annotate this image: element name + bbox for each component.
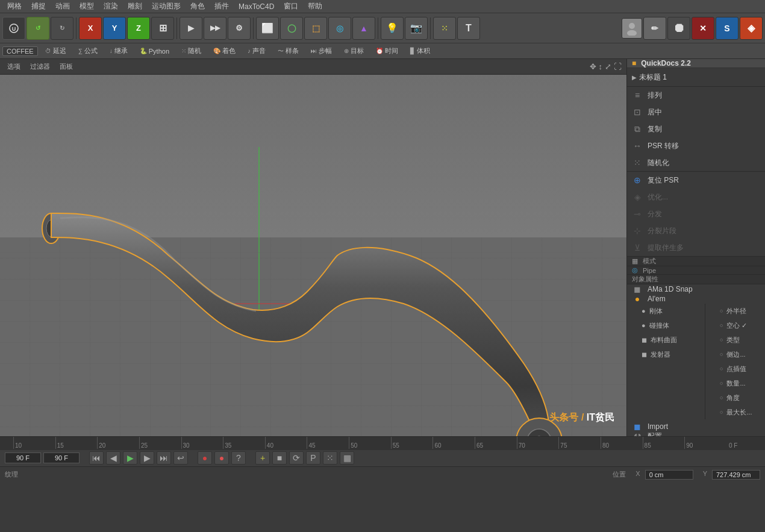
- panel-item-center[interactable]: ⊡ 居中: [627, 104, 765, 120]
- center-icon: ⊡: [632, 107, 643, 117]
- tb2-spline[interactable]: 〜 样条: [273, 45, 304, 57]
- tool-extrude[interactable]: ⬚: [304, 17, 327, 40]
- viewport[interactable]: 头条号 / IT贫民: [0, 75, 626, 436]
- cloth-label: 布料曲面: [651, 336, 677, 345]
- tool-sweep[interactable]: ◯: [280, 17, 303, 40]
- tool-light[interactable]: 💡: [381, 17, 404, 40]
- tool-x[interactable]: X: [79, 17, 102, 40]
- tl-grid[interactable]: ⁙: [323, 451, 337, 465]
- tb2-random[interactable]: ⁙ 随机: [176, 45, 206, 57]
- vp-opt-panel[interactable]: 面板: [57, 61, 75, 72]
- tl-record-help[interactable]: ?: [231, 451, 246, 465]
- vp-opt-filter[interactable]: 过滤器: [28, 61, 52, 72]
- menu-char[interactable]: 角色: [186, 0, 210, 13]
- scene-root[interactable]: ▶ 未标题 1: [627, 70, 765, 84]
- menu-sculpt[interactable]: 雕刻: [123, 0, 147, 13]
- panel-item-config[interactable]: ⚒ 配置: [627, 431, 765, 436]
- tool-z[interactable]: Z: [127, 17, 150, 40]
- panel-item-psr-transfer[interactable]: ↔ PSR 转移: [627, 137, 765, 154]
- right-panel: ■ QuickDocs 2.2 ▶ 未标题 1 ≡ 排列 ⊡ 居中 ⧉ 复制: [626, 59, 765, 436]
- panel-item-copy[interactable]: ⧉ 复制: [627, 120, 765, 137]
- tb2-formula[interactable]: ∑ 公式: [73, 45, 102, 57]
- tl-square[interactable]: ■: [272, 451, 287, 465]
- menu-help[interactable]: 帮助: [303, 0, 327, 13]
- tool-s[interactable]: S: [716, 17, 738, 40]
- panel-item-ama[interactable]: ◼ AMa 1D Snap: [627, 284, 765, 294]
- tl-play[interactable]: ▶: [123, 451, 137, 465]
- menu-render[interactable]: 渲染: [99, 0, 123, 13]
- panel-item-import[interactable]: ◼ Import: [627, 422, 765, 431]
- coffee-btn[interactable]: COFFEE: [2, 46, 38, 56]
- tool-array[interactable]: ⁙: [433, 17, 456, 40]
- tl-next-frame[interactable]: ▶: [140, 451, 154, 465]
- tb2-delay[interactable]: ⏱ 延迟: [40, 45, 71, 57]
- tool-select[interactable]: ▶: [180, 17, 202, 40]
- menu-model[interactable]: 模型: [75, 0, 99, 13]
- ruler-85: 85: [643, 437, 685, 449]
- tool-camera[interactable]: 📷: [405, 17, 428, 40]
- ama-label: AMa 1D Snap: [648, 285, 693, 293]
- tb2-python[interactable]: 🐍 Python: [135, 46, 174, 56]
- tool-text[interactable]: T: [457, 17, 480, 40]
- panel-item-alem[interactable]: ● Al'em: [627, 294, 765, 304]
- tb2-target[interactable]: ⊕ 目标: [339, 45, 369, 57]
- panel-item-distribute[interactable]: ⊸ 分发: [627, 205, 765, 222]
- hollow-label: 空心 ✓: [726, 321, 747, 330]
- tool-lathe[interactable]: ◎: [328, 17, 351, 40]
- vp-icon-fullscreen[interactable]: ⛶: [614, 62, 622, 71]
- menu-plugin[interactable]: 插件: [210, 0, 234, 13]
- tb2-time[interactable]: ⏰ 时间: [371, 45, 403, 57]
- tl-record-pos[interactable]: ●: [214, 451, 229, 465]
- tool-settings[interactable]: ⚙: [228, 17, 251, 40]
- panel-item-optimize[interactable]: ◈ 优化...: [627, 189, 765, 205]
- y-value: 727.429 cm: [712, 470, 760, 480]
- menu-grid[interactable]: 网格: [2, 0, 27, 13]
- tool-select-live[interactable]: ↺: [27, 17, 49, 40]
- vp-icon-zoom[interactable]: ↕: [599, 62, 603, 71]
- menu-snap[interactable]: 捕捉: [27, 0, 51, 13]
- panel-item-extract[interactable]: ⊻ 提取伴生多: [627, 239, 765, 256]
- tb2-inherit[interactable]: ↓ 继承: [105, 45, 133, 57]
- tl-pin[interactable]: P: [306, 451, 320, 465]
- tb2-step[interactable]: ⏭ 步幅: [306, 45, 337, 57]
- panel-item-arrange[interactable]: ≡ 排列: [627, 87, 765, 104]
- tool-avatar[interactable]: [622, 18, 642, 39]
- tl-circle[interactable]: ⟳: [289, 451, 304, 465]
- tool-all[interactable]: ⊞: [151, 17, 174, 40]
- menu-mograph[interactable]: 运动图形: [147, 0, 186, 13]
- vp-icon-move[interactable]: ✥: [590, 62, 596, 71]
- panel-item-randomize[interactable]: ⁙ 随机化: [627, 154, 765, 171]
- tool-y[interactable]: Y: [103, 17, 126, 40]
- end-frame-box[interactable]: 90 F: [43, 452, 80, 463]
- tool-move[interactable]: ▶▶: [204, 17, 226, 40]
- menu-animate[interactable]: 动画: [51, 0, 75, 13]
- vp-opt-options[interactable]: 选项: [5, 61, 23, 72]
- menu-maxtoc4d[interactable]: MaxToC4D: [234, 1, 279, 12]
- tb2-volume[interactable]: ▊ 体积: [405, 45, 435, 57]
- tool-cube[interactable]: ⬜: [256, 17, 279, 40]
- tool-terrain[interactable]: ▲: [352, 17, 375, 40]
- tl-prev-frame[interactable]: ◀: [106, 451, 120, 465]
- tl-loop[interactable]: ↩: [173, 451, 188, 465]
- psr-transfer-label: PSR 转移: [648, 141, 679, 151]
- tool-undo[interactable]: U: [2, 17, 25, 40]
- tl-last[interactable]: ▦: [340, 451, 354, 465]
- tl-add-key[interactable]: +: [255, 451, 270, 465]
- tl-go-end[interactable]: ⏭: [157, 451, 171, 465]
- ruler-40: 40: [265, 437, 307, 449]
- vp-icon-expand[interactable]: ⤢: [605, 62, 611, 71]
- tb2-color[interactable]: 🎨 着色: [208, 45, 240, 57]
- panel-item-split-seg[interactable]: ⊹ 分裂片段: [627, 222, 765, 239]
- emitter-label: 发射器: [651, 350, 670, 359]
- tool-logo[interactable]: ◈: [740, 17, 763, 40]
- current-frame-box[interactable]: 90 F: [5, 452, 41, 463]
- tool-close2[interactable]: ✕: [692, 17, 714, 40]
- tool-pen[interactable]: ✏: [643, 17, 666, 40]
- tool-select-all[interactable]: ↻: [51, 17, 73, 40]
- tl-go-start[interactable]: ⏮: [89, 451, 104, 465]
- menu-window[interactable]: 窗口: [279, 0, 303, 13]
- tool-record[interactable]: ⏺: [667, 17, 690, 40]
- panel-item-reset-psr[interactable]: ⊕ 复位 PSR: [627, 172, 765, 189]
- tl-record-all[interactable]: ●: [198, 451, 212, 465]
- tb2-sound[interactable]: ♪ 声音: [243, 45, 270, 57]
